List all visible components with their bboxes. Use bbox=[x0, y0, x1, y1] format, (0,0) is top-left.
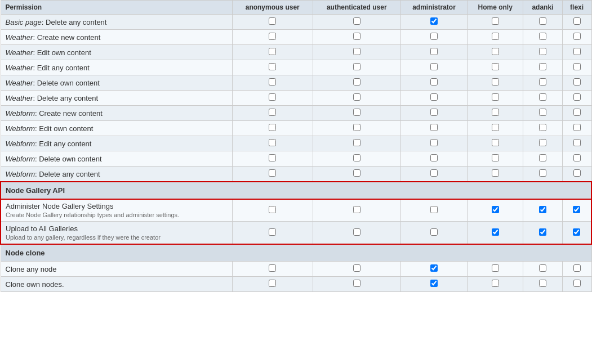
checkbox-home-only[interactable] bbox=[492, 17, 499, 25]
checkbox-authenticated-user[interactable] bbox=[353, 264, 360, 272]
checkbox-flexi[interactable] bbox=[573, 17, 581, 25]
checkbox-administrator[interactable] bbox=[430, 33, 438, 40]
checkbox-adanki[interactable] bbox=[539, 48, 546, 55]
checkbox-adanki[interactable] bbox=[539, 63, 546, 70]
checkbox-anonymous-user[interactable] bbox=[269, 93, 276, 101]
checkbox-authenticated-user[interactable] bbox=[353, 206, 360, 213]
checkbox-flexi[interactable] bbox=[573, 63, 581, 70]
checkbox-cell-adanki bbox=[523, 262, 562, 277]
checkbox-cell-home-only bbox=[468, 262, 523, 277]
checkbox-anonymous-user[interactable] bbox=[269, 154, 276, 161]
checkbox-administrator[interactable] bbox=[430, 280, 438, 287]
checkbox-adanki[interactable] bbox=[539, 139, 546, 146]
checkbox-authenticated-user[interactable] bbox=[353, 17, 360, 25]
checkbox-anonymous-user[interactable] bbox=[269, 139, 276, 146]
checkbox-flexi[interactable] bbox=[573, 264, 581, 272]
checkbox-anonymous-user[interactable] bbox=[269, 48, 276, 55]
checkbox-administrator[interactable] bbox=[430, 228, 438, 236]
checkbox-flexi[interactable] bbox=[573, 139, 581, 146]
checkbox-flexi[interactable] bbox=[573, 48, 581, 55]
checkbox-flexi[interactable] bbox=[573, 280, 581, 287]
checkbox-flexi[interactable] bbox=[573, 124, 581, 131]
checkbox-adanki[interactable] bbox=[539, 228, 546, 236]
checkbox-anonymous-user[interactable] bbox=[269, 78, 276, 86]
checkbox-adanki[interactable] bbox=[539, 124, 546, 131]
checkbox-administrator[interactable] bbox=[430, 154, 438, 161]
checkbox-home-only[interactable] bbox=[492, 124, 499, 131]
checkbox-flexi[interactable] bbox=[573, 93, 581, 101]
table-row: Administer Node Gallery SettingsCreate N… bbox=[1, 199, 591, 222]
checkbox-home-only[interactable] bbox=[492, 63, 499, 70]
checkbox-flexi[interactable] bbox=[573, 78, 581, 86]
permission-label: Weather: Edit any content bbox=[1, 60, 232, 75]
checkbox-adanki[interactable] bbox=[539, 169, 546, 177]
checkbox-adanki[interactable] bbox=[539, 33, 546, 40]
checkbox-anonymous-user[interactable] bbox=[269, 33, 276, 40]
checkbox-cell-home-only bbox=[468, 45, 523, 60]
checkbox-authenticated-user[interactable] bbox=[353, 33, 360, 40]
checkbox-flexi[interactable] bbox=[573, 33, 581, 40]
checkbox-adanki[interactable] bbox=[539, 264, 546, 272]
checkbox-adanki[interactable] bbox=[539, 17, 546, 25]
checkbox-adanki[interactable] bbox=[539, 93, 546, 101]
checkbox-cell-administrator bbox=[400, 151, 467, 167]
checkbox-authenticated-user[interactable] bbox=[353, 48, 360, 55]
checkbox-administrator[interactable] bbox=[430, 109, 438, 116]
checkbox-cell-authenticated-user bbox=[313, 222, 400, 245]
checkbox-authenticated-user[interactable] bbox=[353, 63, 360, 70]
checkbox-administrator[interactable] bbox=[430, 48, 438, 55]
checkbox-administrator[interactable] bbox=[430, 124, 438, 131]
checkbox-adanki[interactable] bbox=[539, 206, 546, 213]
checkbox-anonymous-user[interactable] bbox=[269, 228, 276, 236]
checkbox-home-only[interactable] bbox=[492, 264, 499, 272]
checkbox-home-only[interactable] bbox=[492, 33, 499, 40]
checkbox-administrator[interactable] bbox=[430, 93, 438, 101]
checkbox-cell-home-only bbox=[468, 15, 523, 30]
checkbox-home-only[interactable] bbox=[492, 139, 499, 146]
checkbox-home-only[interactable] bbox=[492, 154, 499, 161]
checkbox-authenticated-user[interactable] bbox=[353, 93, 360, 101]
checkbox-home-only[interactable] bbox=[492, 169, 499, 177]
checkbox-anonymous-user[interactable] bbox=[269, 206, 276, 213]
checkbox-home-only[interactable] bbox=[492, 228, 499, 236]
checkbox-anonymous-user[interactable] bbox=[269, 17, 276, 25]
checkbox-flexi[interactable] bbox=[573, 169, 581, 177]
checkbox-anonymous-user[interactable] bbox=[269, 63, 276, 70]
checkbox-home-only[interactable] bbox=[492, 78, 499, 86]
checkbox-authenticated-user[interactable] bbox=[353, 169, 360, 177]
checkbox-administrator[interactable] bbox=[430, 17, 438, 25]
checkbox-flexi[interactable] bbox=[573, 206, 580, 213]
checkbox-adanki[interactable] bbox=[539, 280, 546, 287]
checkbox-anonymous-user[interactable] bbox=[269, 264, 276, 272]
checkbox-authenticated-user[interactable] bbox=[353, 124, 360, 131]
checkbox-home-only[interactable] bbox=[492, 206, 499, 213]
checkbox-administrator[interactable] bbox=[430, 139, 438, 146]
checkbox-authenticated-user[interactable] bbox=[353, 139, 360, 146]
checkbox-anonymous-user[interactable] bbox=[269, 109, 276, 116]
checkbox-adanki[interactable] bbox=[539, 109, 546, 116]
checkbox-flexi[interactable] bbox=[573, 154, 581, 161]
checkbox-home-only[interactable] bbox=[492, 93, 499, 101]
checkbox-authenticated-user[interactable] bbox=[353, 280, 360, 287]
checkbox-cell-authenticated-user bbox=[313, 60, 400, 75]
checkbox-authenticated-user[interactable] bbox=[353, 228, 360, 236]
checkbox-home-only[interactable] bbox=[492, 109, 499, 116]
checkbox-adanki[interactable] bbox=[539, 78, 546, 86]
checkbox-administrator[interactable] bbox=[430, 78, 438, 86]
checkbox-authenticated-user[interactable] bbox=[353, 154, 360, 161]
checkbox-home-only[interactable] bbox=[492, 48, 499, 55]
checkbox-flexi[interactable] bbox=[573, 109, 581, 116]
checkbox-anonymous-user[interactable] bbox=[269, 124, 276, 131]
checkbox-anonymous-user[interactable] bbox=[269, 169, 276, 177]
checkbox-adanki[interactable] bbox=[539, 154, 546, 161]
checkbox-home-only[interactable] bbox=[492, 280, 499, 287]
checkbox-authenticated-user[interactable] bbox=[353, 109, 360, 116]
checkbox-administrator[interactable] bbox=[430, 169, 438, 177]
checkbox-administrator[interactable] bbox=[430, 264, 438, 272]
checkbox-anonymous-user[interactable] bbox=[269, 280, 276, 287]
checkbox-administrator[interactable] bbox=[430, 63, 438, 70]
table-row: Weather: Delete own content bbox=[1, 75, 591, 91]
checkbox-flexi[interactable] bbox=[573, 228, 580, 236]
checkbox-administrator[interactable] bbox=[430, 206, 438, 213]
checkbox-authenticated-user[interactable] bbox=[353, 78, 360, 86]
